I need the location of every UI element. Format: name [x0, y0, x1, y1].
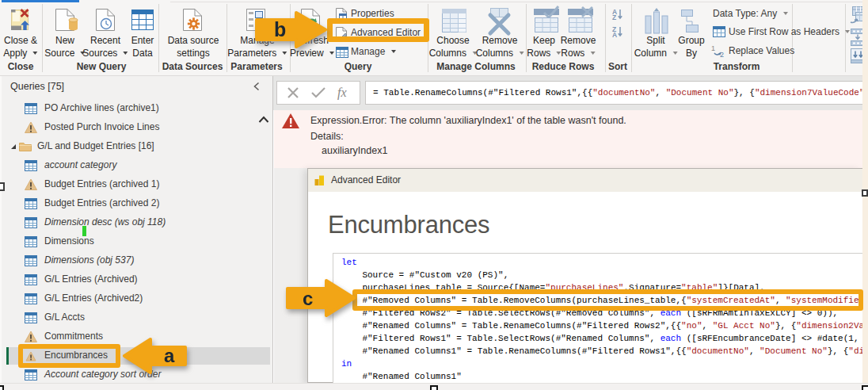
svg-text:2: 2	[720, 51, 724, 59]
svg-text:c: c	[303, 288, 313, 309]
svg-text:1: 1	[711, 44, 715, 52]
svg-text:A: A	[612, 31, 617, 39]
svg-text:Z: Z	[612, 13, 616, 21]
svg-text:fx: fx	[337, 86, 347, 100]
svg-text:b: b	[274, 18, 286, 40]
svg-text:a: a	[164, 345, 175, 366]
